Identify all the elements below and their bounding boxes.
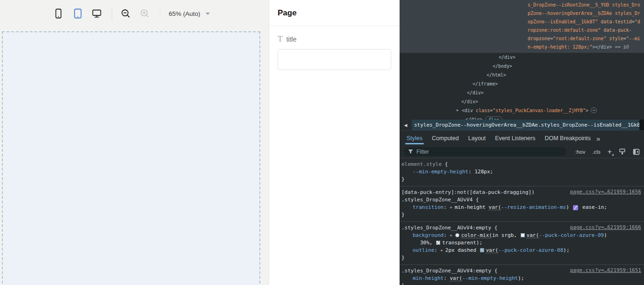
code-token-sel: : [468,169,474,175]
selected-element-row[interactable]: s_DropZone--isRootZone__S_YUD styles_Dro… [400,0,644,53]
element-attr-line: opZone--isEnabled__1Gk8T" data-testid="d [528,18,644,26]
transparent-swatch-icon [436,241,440,245]
code-token-sel: : [444,204,450,210]
code-token-val: ropzone:root:default-zone" [528,28,601,33]
tab-styles[interactable]: Styles [402,131,427,145]
code-token-v: ) [566,204,572,210]
code-token-sel: .styles_DropZone__AUvV4 { [401,197,479,203]
code-token-v: ease-in; [579,204,607,210]
dock-panel-icon[interactable] [633,149,640,155]
css-rule-close-brace: } [401,282,641,285]
stylesheet-link[interactable]: page.css?v=…621959:1656 [570,189,641,195]
tab-computed[interactable]: Computed [427,131,464,145]
code-token-mut: element.style [401,161,442,167]
code-token-v: 30%, [420,240,436,246]
stylesheet-link[interactable]: page.css?v=…621959:1666 [570,224,641,230]
expand-arrow-icon[interactable]: ▶ [457,106,458,115]
dom-tree-node[interactable]: </div>flex [400,115,644,120]
expand-arrow-icon: ▶ [441,249,443,252]
code-token-tag: </iframe> [472,81,498,86]
stylesheet-link[interactable]: page.css?v=…621959:1651 [570,267,641,273]
zoom-in-button[interactable] [139,7,151,21]
code-token-v: 128px; [474,169,493,175]
tab-event-listeners[interactable]: Event Listeners [490,131,540,145]
code-token-val: opZone--isEnabled__1Gk8T" [528,19,598,24]
code-token-fn: var( [489,204,501,210]
code-token-tag: </div> [499,55,515,60]
zoom-out-button[interactable] [120,7,132,21]
css-selector-line[interactable]: .styles_DropZone__AUvV4 { [401,196,641,204]
dom-tree-node[interactable]: </iframe> [400,79,644,88]
dom-tree-node[interactable]: </div> [400,97,644,106]
dom-tree-node[interactable]: </div> [400,53,644,62]
css-declaration[interactable]: 30%, transparent); [401,239,641,247]
paint-brush-icon[interactable] [619,148,626,155]
dom-tree-node[interactable]: </html> [400,71,644,79]
title-input[interactable] [278,49,391,70]
dom-tree-node[interactable]: </div> [400,88,644,97]
code-token-fn: var( [486,247,499,253]
devtools-panel: s_DropZone--isRootZone__S_YUD styles_Dro… [400,0,644,285]
code-token-sel: { [442,161,448,167]
more-attributes-button[interactable]: ⋯ [591,107,597,113]
zoom-level-label: 65% (Auto) [169,10,200,17]
code-token-tag: > [586,108,588,113]
zoom-dropdown-button[interactable] [205,12,210,15]
canvas-toolbar: 65% (Auto) [0,0,269,27]
code-token-tag: </div> [467,90,484,95]
app-root: 65% (Auto) Page T title s_DropZone--is [0,0,644,285]
element-attr-line: n-empty-height: 128px;"></div> == $0 [528,43,644,51]
css-rule: page.css?v=…621959:1651.styles_DropZone_… [400,265,644,285]
more-tabs-button[interactable]: » [596,135,600,142]
code-token-val: s_DropZone--isRootZone__S_YUD styles_Dro [528,2,640,7]
breadcrumb[interactable]: styles_DropZone--hoveringOverArea__bZDAe… [412,120,639,130]
code-token-attr: data-testid [598,19,632,24]
code-token-prop: min-height [413,275,444,281]
code-token-tag: <div [462,108,476,113]
code-token-sel: : [434,247,440,253]
breadcrumb-end-cap [639,120,644,130]
new-style-rule-button[interactable]: + [608,148,612,156]
toolbar-divider [160,7,160,20]
css-declaration[interactable]: min-height: var(--min-empty-height); [401,275,641,282]
field-label-text: title [286,36,297,43]
css-declaration[interactable]: transition: ▶min-height var(--resize-ani… [401,204,641,211]
code-token-tag: </div> [461,99,478,104]
breadcrumb-bar: ◀ styles_DropZone--hoveringOverArea__bZD… [400,120,644,131]
dom-tree-node[interactable]: ▶<div class="styles_PuckCanvas-loader__Z… [400,106,644,115]
zoom-in-icon [140,8,150,19]
css-rule-close-brace: } [401,211,641,219]
css-declaration[interactable]: background: ▶color-mix(in srgb, var(--pu… [401,232,641,239]
code-token-tag: </body> [493,64,512,69]
element-attr-line: dropzone="root:default-zone" style="--mi [528,35,644,43]
element-attr-line: pZone--hoveringOverArea__bZDAe styles_Dr [528,9,644,18]
breadcrumb-back-button[interactable]: ◀ [400,120,412,130]
style-filter-input[interactable]: Filter [404,147,566,156]
device-desktop-button[interactable] [91,7,103,21]
tab-layout[interactable]: Layout [464,131,491,145]
css-rule-close-brace: } [401,176,641,183]
panel-body: T title [269,26,400,79]
css-selector-line[interactable]: element.style { [401,161,641,168]
canvas-dropzone[interactable] [2,31,260,285]
css-declaration[interactable]: outline: ▶2px dashed var(--puck-color-az… [401,247,641,254]
code-token-sel: [data-puck-entry]:not([data-puck-draggin… [401,189,535,195]
bezier-curve-icon [573,205,578,210]
dom-tree-node[interactable]: </body> [400,62,644,71]
color-swatch-icon [455,233,459,237]
code-token-sel: .styles_DropZone__AUvV4:empty { [401,268,497,274]
code-token-var: --puck-color-azure-09 [539,232,604,238]
device-tablet-button[interactable] [72,7,84,21]
toggle-hover-state-button[interactable]: :hov [575,149,586,155]
zoom-out-icon [121,8,131,19]
code-token-v: min-height [455,204,489,210]
css-rule: page.css?v=…621959:1666.styles_DropZone_… [400,222,644,265]
code-token-val: "styles_PuckCanvas-loader__ZjHYB" [493,108,586,113]
code-token-val: "--mi [626,36,640,41]
element-classes-button[interactable]: .cls [592,149,600,155]
css-declaration[interactable]: --min-empty-height: 128px; [401,168,641,176]
flex-badge[interactable]: flex [485,116,502,120]
tab-dom-breakpoints[interactable]: DOM Breakpoints [540,131,595,145]
styles-toolbar-actions: :hov .cls + [575,148,640,156]
device-phone-button[interactable] [52,7,64,21]
